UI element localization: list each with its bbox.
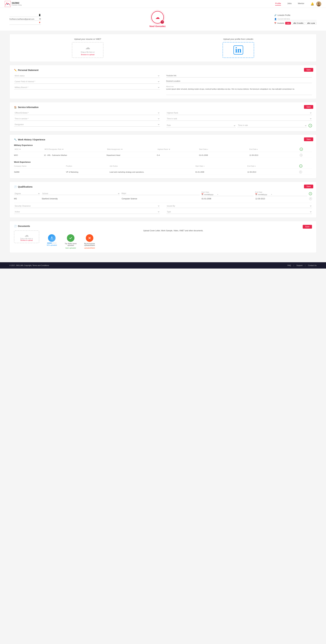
personal-statement-right-col: About me Lorem ipsum dolor sit amet, dom… bbox=[166, 74, 312, 95]
resume-upload-box[interactable]: ☁ Drag a file here or Browse to upload bbox=[72, 42, 103, 58]
mil-table-header: MOC MOC/Designator Role Billet Assignmen… bbox=[14, 148, 312, 152]
military-branch-select[interactable]: Military Branch * bbox=[14, 86, 160, 89]
availability-3months-btn[interactable]: after 3 months bbox=[292, 22, 305, 24]
highest-rank-field[interactable]: Highest Rank bbox=[166, 112, 312, 115]
doc-upload-box[interactable]: ☁ Drag a file here or Browse to upload bbox=[14, 230, 39, 243]
desired-location-field[interactable] bbox=[166, 80, 312, 83]
remove-work-row-btn[interactable]: ✕ bbox=[299, 170, 302, 174]
active-select[interactable]: Active bbox=[14, 210, 160, 213]
footer-faq[interactable]: FAQ bbox=[287, 264, 291, 266]
profile-avatar-center: ☁ 🎤 Noel Gonzalez bbox=[149, 11, 166, 28]
officer-enlisted-field[interactable]: Officer/Enlisted * bbox=[14, 112, 160, 115]
degree-select-header[interactable]: Degree bbox=[14, 192, 40, 195]
service-info-form: Officer/Enlisted * Time in service * Des… bbox=[14, 112, 312, 127]
role-header-select[interactable]: MOC/Designator Role bbox=[44, 148, 64, 150]
nav-profile[interactable]: Profile bbox=[275, 2, 281, 6]
work-row-remove[interactable]: ✕ bbox=[299, 170, 312, 174]
house-icon: 🏠 bbox=[14, 106, 17, 108]
notification-bell-icon[interactable]: 🔔 bbox=[310, 2, 314, 6]
service-info-save-btn[interactable]: Save bbox=[304, 105, 313, 109]
career-field-select[interactable]: Career Field of Interest * bbox=[14, 80, 160, 83]
youtube-input[interactable] bbox=[166, 74, 312, 77]
user-avatar[interactable] bbox=[316, 2, 321, 6]
time-rank-field[interactable]: Time in rank bbox=[166, 118, 312, 121]
add-rate-btn[interactable]: + bbox=[308, 124, 312, 127]
military-branch-field[interactable]: Military Branch * bbox=[14, 86, 160, 90]
linkedin-upload-box[interactable]: in bbox=[223, 42, 254, 58]
doc-drag-text: Drag a file here or bbox=[20, 238, 33, 240]
personal-statement-save-btn[interactable]: Save bbox=[304, 68, 313, 72]
add-mil-row-btn[interactable]: + bbox=[300, 148, 303, 151]
footer-support[interactable]: Support bbox=[296, 264, 302, 266]
linkedin-upload-title: Upload your profile from Linkedin bbox=[223, 38, 253, 40]
availability-1year-btn[interactable]: after a year bbox=[306, 22, 316, 24]
mil-row-start: 01-01-2008 bbox=[199, 154, 248, 156]
mil-row-remove[interactable]: ✕ bbox=[300, 154, 312, 156]
qual-end-date-input[interactable] bbox=[258, 194, 271, 196]
type-field[interactable]: Type bbox=[166, 210, 312, 214]
work-status-select[interactable]: Work status bbox=[14, 74, 160, 77]
time-service-select[interactable]: Time in service * bbox=[14, 118, 160, 120]
work-row-duties: Lead web marketing strategy and operatio… bbox=[110, 171, 194, 173]
work-col-position: Position bbox=[66, 165, 108, 167]
billet-header-select[interactable]: Billet Assignment bbox=[107, 148, 123, 150]
work-col-end: End Date ▾ bbox=[247, 165, 298, 167]
issued-by-select[interactable]: Issued By bbox=[166, 205, 312, 207]
security-clearance-field[interactable]: Security Clearance bbox=[14, 205, 160, 208]
career-field-field[interactable]: Career Field of Interest * bbox=[14, 80, 160, 84]
documents-save-btn[interactable]: Save bbox=[303, 225, 312, 228]
highest-rank-select[interactable]: Highest Rank bbox=[166, 112, 312, 114]
mil-row-moc: MOC bbox=[14, 154, 43, 156]
profile-photo-upload[interactable]: ☁ 🎤 bbox=[151, 11, 164, 24]
work-row-end: 12-30-2013 bbox=[247, 171, 298, 173]
brand-logo[interactable]: SkillMil Precision Hiring bbox=[5, 1, 22, 7]
moc-header-select[interactable]: MOC bbox=[14, 148, 21, 150]
footer-contact[interactable]: Contact Us bbox=[308, 264, 316, 266]
mil-row-rank: O-4 bbox=[157, 154, 198, 156]
time-in-rate-select[interactable]: Time in rate bbox=[237, 124, 307, 127]
rate-select[interactable]: Rate bbox=[166, 124, 236, 127]
linkedin-icon: 🔗 bbox=[274, 14, 277, 16]
add-work-row-btn[interactable]: + bbox=[299, 164, 302, 168]
remove-qual-row-btn[interactable]: ✕ bbox=[309, 197, 312, 200]
remove-mil-row-btn[interactable]: ✕ bbox=[300, 154, 302, 156]
designator-field[interactable]: Designator bbox=[14, 123, 160, 126]
time-service-field[interactable]: Time in service * bbox=[14, 118, 160, 121]
issued-by-field[interactable]: Issued By bbox=[166, 205, 312, 208]
linkedin-logo: in bbox=[233, 46, 243, 54]
type-select[interactable]: Type bbox=[166, 210, 312, 213]
desired-location-input[interactable] bbox=[166, 80, 312, 82]
doc-item-success: Top Skillos lorem uploaded been uploaded bbox=[63, 234, 79, 249]
qual-row-start: 01-01-2008 bbox=[202, 198, 254, 200]
documents-card: 📄 Documents ☁ Drag a file here or Browse… bbox=[10, 221, 316, 253]
availability-now-btn[interactable]: now bbox=[285, 22, 291, 24]
browse-link[interactable]: Browse to upload bbox=[81, 54, 94, 56]
current-company-row: 👤 Current full-time bbox=[274, 18, 316, 20]
mil-table-row: MOC 12 · URL · Submarine Warfare Departm… bbox=[14, 153, 312, 158]
school-select-header[interactable]: School bbox=[42, 192, 120, 195]
nav-jobs[interactable]: Jobs bbox=[287, 2, 291, 6]
profile-header: ‎ 📱 firstName.lastName@gmail.com ✉ ‎ 📍 ☁… bbox=[0, 8, 326, 31]
work-history-save-btn[interactable]: Save bbox=[304, 138, 313, 141]
availability-icon: 📅 bbox=[274, 22, 276, 24]
qualifications-save-btn[interactable]: Save bbox=[304, 184, 313, 188]
doc-success-label: Top Skillos lorem uploaded bbox=[63, 243, 79, 246]
doc-browse-link[interactable]: Browse to upload bbox=[21, 240, 33, 241]
active-field[interactable]: Active bbox=[14, 210, 160, 214]
email-field: firstName.lastName@gmail.com ✉ bbox=[10, 18, 41, 21]
linkedin-label: Linkedin Profile bbox=[277, 14, 290, 16]
officer-enlisted-select[interactable]: Officer/Enlisted * bbox=[14, 112, 160, 114]
military-experience-label: Military Experience bbox=[14, 144, 312, 146]
qual-start-date-input[interactable] bbox=[204, 194, 217, 196]
start-cal-icon: 📅 bbox=[201, 194, 204, 196]
navbar-right: 🔔 bbox=[310, 2, 321, 6]
security-clearance-select[interactable]: Security Clearance bbox=[14, 205, 160, 207]
profile-fields-left: ‎ 📱 firstName.lastName@gmail.com ✉ ‎ 📍 bbox=[10, 14, 41, 25]
youtube-field[interactable] bbox=[166, 74, 312, 78]
designator-select[interactable]: Designator bbox=[14, 123, 160, 126]
nav-mentor[interactable]: Mentor bbox=[298, 2, 304, 6]
add-qual-row-btn[interactable]: + bbox=[309, 192, 312, 195]
time-rank-select[interactable]: Time in rank bbox=[166, 118, 312, 120]
work-status-field[interactable]: Work status bbox=[14, 74, 160, 78]
rank-header-select[interactable]: Highest Rank bbox=[157, 148, 171, 150]
